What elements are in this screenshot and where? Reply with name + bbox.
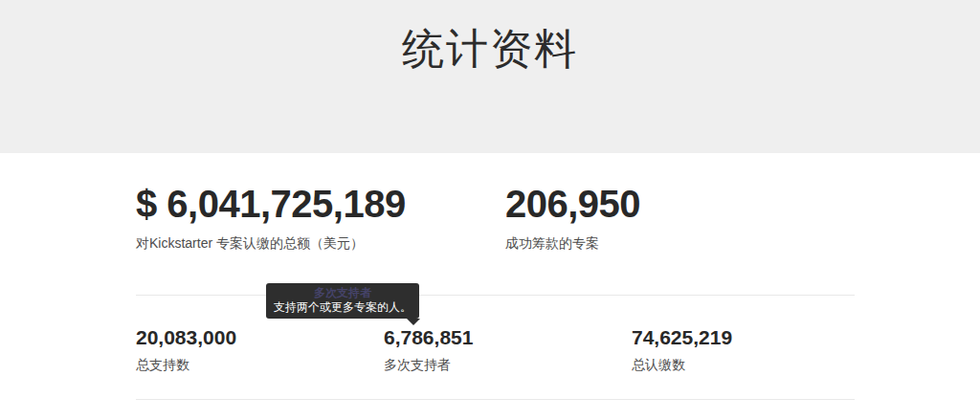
stat-funded-projects: 206,950 成功筹款的专案 [505,185,855,253]
repeat-backers-tooltip: 多次支持者 支持两个或更多专案的人。 [266,283,419,319]
stats-section: $ 6,041,725,189 对Kickstarter 专案认缴的总额（美元）… [136,153,855,400]
stat-total-pledges: 74,625,219 总认缴数 [632,327,855,374]
page-header: 统计资料 [0,0,980,153]
secondary-stats-row: 20,083,000 总支持数 6,786,851 多次支持者 74,625,2… [136,296,855,400]
stat-total-backers: 20,083,000 总支持数 [136,327,384,374]
stat-label: 总认缴数 [632,357,855,374]
stat-repeat-backers: 6,786,851 多次支持者 [384,327,632,374]
stat-label: 总支持数 [136,357,384,374]
primary-stats-row: $ 6,041,725,189 对Kickstarter 专案认缴的总额（美元）… [136,153,855,296]
page-title: 统计资料 [402,25,578,74]
stat-label: 成功筹款的专案 [505,235,855,253]
stat-value: 20,083,000 [136,327,384,347]
stat-value: 206,950 [505,185,855,223]
stat-value: 6,786,851 [384,327,632,347]
tooltip-arrow-icon [407,319,420,325]
tooltip-body: 支持两个或更多专案的人。 [272,300,413,315]
tooltip-title: 多次支持者 [272,286,413,300]
stat-value: $ 6,041,725,189 [136,185,505,223]
repeat-backers-tooltip-trigger[interactable]: 多次支持者 [384,357,632,374]
stat-label: 对Kickstarter 专案认缴的总额（美元） [136,235,505,253]
stat-value: 74,625,219 [632,327,855,347]
stat-total-pledged: $ 6,041,725,189 对Kickstarter 专案认缴的总额（美元） [136,185,505,253]
